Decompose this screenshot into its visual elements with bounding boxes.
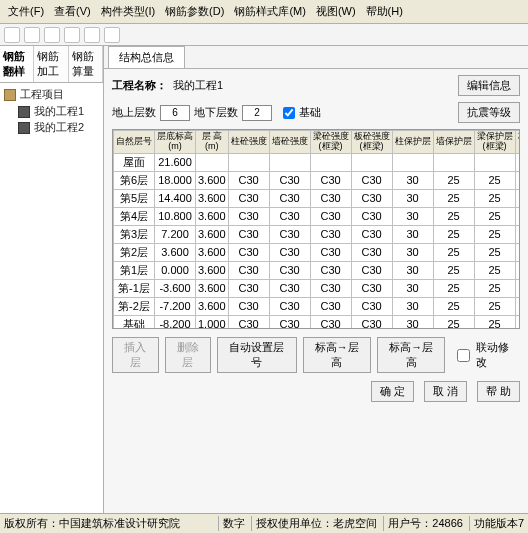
table-cell[interactable]: 第-1层 — [114, 279, 155, 297]
tree-item-project2[interactable]: 我的工程2 — [4, 120, 99, 135]
table-cell[interactable]: 30 — [392, 297, 433, 315]
table-cell[interactable]: 25 — [433, 243, 474, 261]
table-cell[interactable]: 15 — [515, 243, 520, 261]
table-cell[interactable]: C30 — [351, 297, 392, 315]
table-cell[interactable]: C30 — [269, 243, 310, 261]
table-cell[interactable]: 25 — [433, 279, 474, 297]
table-cell[interactable]: 25 — [474, 189, 515, 207]
table-cell[interactable]: 15 — [515, 207, 520, 225]
table-cell[interactable]: 7.200 — [155, 225, 196, 243]
table-row[interactable]: 基础-8.2001.000C30C30C30C3030252515 — [114, 315, 521, 329]
delete-floor-button[interactable]: 删除层 — [165, 337, 212, 373]
table-cell[interactable]: 30 — [392, 279, 433, 297]
left-tab-jiagong[interactable]: 钢筋加工 — [34, 46, 68, 82]
table-cell[interactable]: -7.200 — [155, 297, 196, 315]
left-tab-suanliang[interactable]: 钢筋算量 — [69, 46, 103, 82]
table-row[interactable]: 第5层14.4003.600C30C30C30C3030252515 — [114, 189, 521, 207]
table-cell[interactable]: C30 — [269, 171, 310, 189]
table-cell[interactable]: 25 — [474, 207, 515, 225]
table-cell[interactable]: C30 — [269, 261, 310, 279]
tool-save-icon[interactable] — [44, 27, 60, 43]
table-cell[interactable]: 第5层 — [114, 189, 155, 207]
table-cell[interactable]: 15 — [515, 297, 520, 315]
menu-pattern[interactable]: 钢筋样式库(M) — [230, 2, 310, 21]
table-cell[interactable]: 18.000 — [155, 171, 196, 189]
table-cell[interactable]: 基础 — [114, 315, 155, 329]
tool-new-icon[interactable] — [4, 27, 20, 43]
table-cell[interactable]: C30 — [228, 207, 269, 225]
table-cell[interactable]: 3.600 — [196, 225, 229, 243]
table-cell[interactable]: C30 — [351, 225, 392, 243]
tool-help-icon[interactable] — [104, 27, 120, 43]
tool-cut-icon[interactable] — [64, 27, 80, 43]
basement-checkbox[interactable] — [283, 107, 295, 119]
table-row[interactable]: 第3层7.2003.600C30C30C30C3030252515 — [114, 225, 521, 243]
table-cell[interactable]: 30 — [392, 171, 433, 189]
ok-button[interactable]: 确 定 — [371, 381, 414, 402]
table-cell[interactable] — [228, 153, 269, 171]
table-cell[interactable]: 30 — [392, 189, 433, 207]
table-row[interactable]: 第2层3.6003.600C30C30C30C3030252515 — [114, 243, 521, 261]
table-cell[interactable]: 第6层 — [114, 171, 155, 189]
table-cell[interactable]: 屋面 — [114, 153, 155, 171]
table-cell[interactable]: C30 — [351, 207, 392, 225]
menu-member[interactable]: 构件类型(I) — [97, 2, 159, 21]
seismic-level-button[interactable]: 抗震等级 — [458, 102, 520, 123]
table-cell[interactable]: 25 — [433, 189, 474, 207]
tree-root[interactable]: 工程项目 — [4, 87, 99, 102]
table-cell[interactable]: C30 — [351, 171, 392, 189]
table-cell[interactable]: C30 — [310, 171, 351, 189]
table-cell[interactable]: 25 — [433, 297, 474, 315]
table-cell[interactable]: 30 — [392, 207, 433, 225]
table-cell[interactable]: C30 — [310, 279, 351, 297]
table-cell[interactable]: C30 — [351, 243, 392, 261]
table-cell[interactable]: 25 — [433, 171, 474, 189]
table-cell[interactable]: 25 — [474, 279, 515, 297]
table-cell[interactable]: 3.600 — [196, 297, 229, 315]
table-cell[interactable]: 25 — [474, 171, 515, 189]
below-floors-input[interactable] — [242, 105, 272, 121]
table-cell[interactable]: C30 — [310, 189, 351, 207]
table-cell[interactable] — [310, 153, 351, 171]
table-cell[interactable]: 第4层 — [114, 207, 155, 225]
table-row[interactable]: 屋面21.600 — [114, 153, 521, 171]
table-cell[interactable]: 3.600 — [196, 261, 229, 279]
table-cell[interactable]: 30 — [392, 261, 433, 279]
menu-view[interactable]: 查看(V) — [50, 2, 95, 21]
table-cell[interactable]: C30 — [228, 297, 269, 315]
table-row[interactable]: 第1层0.0003.600C30C30C30C3030252515 — [114, 261, 521, 279]
table-cell[interactable]: C30 — [351, 189, 392, 207]
table-cell[interactable]: 25 — [474, 225, 515, 243]
menu-param[interactable]: 钢筋参数(D) — [161, 2, 228, 21]
table-row[interactable]: 第4层10.8003.600C30C30C30C3030252515 — [114, 207, 521, 225]
table-cell[interactable]: C30 — [310, 243, 351, 261]
tab-structure-info[interactable]: 结构总信息 — [108, 46, 185, 68]
table-cell[interactable]: 15 — [515, 261, 520, 279]
insert-floor-button[interactable]: 插入层 — [112, 337, 159, 373]
table-cell[interactable]: C30 — [351, 279, 392, 297]
table-cell[interactable]: 25 — [474, 297, 515, 315]
menu-vis[interactable]: 视图(W) — [312, 2, 360, 21]
table-cell[interactable]: 25 — [433, 261, 474, 279]
table-cell[interactable]: C30 — [351, 315, 392, 329]
table-cell[interactable]: 3.600 — [196, 243, 229, 261]
table-cell[interactable]: 25 — [433, 225, 474, 243]
table-cell[interactable] — [474, 153, 515, 171]
table-cell[interactable]: C30 — [269, 225, 310, 243]
table-cell[interactable]: C30 — [228, 171, 269, 189]
table-cell[interactable]: C30 — [310, 297, 351, 315]
table-cell[interactable]: -3.600 — [155, 279, 196, 297]
table-cell[interactable]: 3.600 — [196, 189, 229, 207]
table-cell[interactable] — [351, 153, 392, 171]
table-cell[interactable] — [433, 153, 474, 171]
elev-to-height-button[interactable]: 标高→层高 — [303, 337, 371, 373]
tool-copy-icon[interactable] — [84, 27, 100, 43]
table-cell[interactable]: C30 — [310, 207, 351, 225]
table-cell[interactable]: C30 — [228, 189, 269, 207]
auto-floor-button[interactable]: 自动设置层号 — [217, 337, 296, 373]
table-cell[interactable]: 25 — [433, 315, 474, 329]
table-cell[interactable] — [392, 153, 433, 171]
table-cell[interactable]: 15 — [515, 225, 520, 243]
tree-item-project1[interactable]: 我的工程1 — [4, 104, 99, 119]
menu-help[interactable]: 帮助(H) — [362, 2, 407, 21]
